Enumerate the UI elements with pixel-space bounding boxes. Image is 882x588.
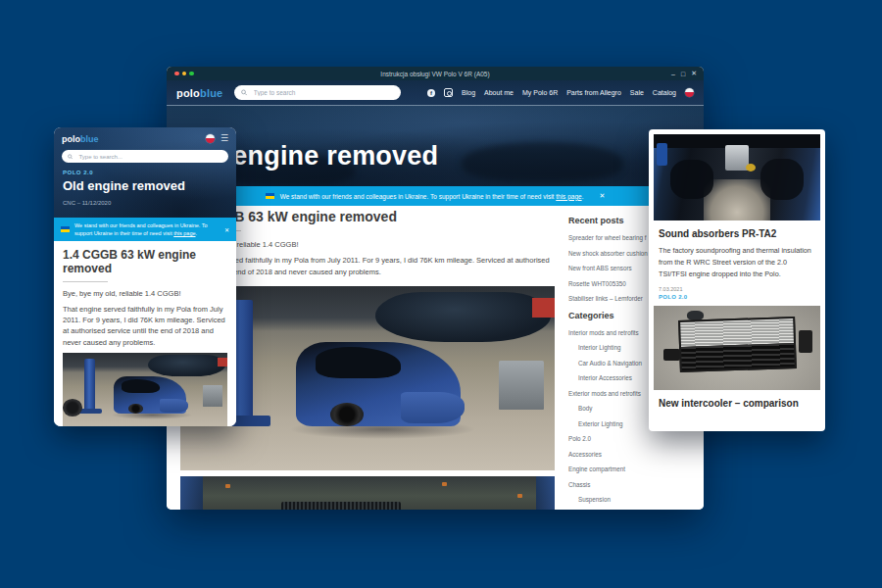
site-navbar: poloblue f Blog About me My Polo 6R Part… xyxy=(167,80,704,106)
category-item[interactable]: Suspension xyxy=(568,496,702,503)
category-item[interactable]: Polo 2.0 xyxy=(568,435,702,442)
card-title-intercooler[interactable]: New intercooler – comparison xyxy=(659,398,815,409)
mobile-post-category[interactable]: POLO 2.0 xyxy=(63,170,93,175)
mobile-hero-post-title: Old engine removed xyxy=(63,178,185,193)
close-button[interactable]: ✕ xyxy=(691,70,697,77)
nav-link-catalog[interactable]: Catalog xyxy=(653,89,676,96)
dark-car-shape xyxy=(375,292,552,342)
mobile-ukraine-banner: We stand with our friends and colleagues… xyxy=(54,218,236,241)
category-item[interactable]: Engine compartment xyxy=(568,466,702,472)
polish-flag-language-icon[interactable] xyxy=(685,88,694,97)
search-bar[interactable] xyxy=(234,85,401,100)
article: 1.4 CGGB 63 kW engine removed Bye, bye m… xyxy=(180,210,555,510)
lift-post-shape xyxy=(84,359,95,412)
desktop-background: Instrukcja obsługi VW Polo V 6R (A05) – … xyxy=(0,0,882,588)
mobile-site-logo[interactable]: poloblue xyxy=(62,134,99,144)
ukraine-flag-icon xyxy=(266,193,274,199)
main-browser-window: Instrukcja obsługi VW Polo V 6R (A05) – … xyxy=(167,67,704,510)
logo-part-white: polo xyxy=(176,87,200,99)
article-image-engine-bay-top xyxy=(180,476,555,510)
mobile-article-image-garage xyxy=(63,353,227,426)
banner-link[interactable]: this page xyxy=(173,230,195,236)
instagram-icon[interactable] xyxy=(444,88,453,97)
nav-link-sale[interactable]: Sale xyxy=(630,89,644,96)
article-title: 1.4 CGGB 63 kW engine removed xyxy=(180,210,555,224)
nav-link-my-polo-6r[interactable]: My Polo 6R xyxy=(522,89,558,96)
banner-close-icon[interactable]: ✕ xyxy=(224,226,229,233)
mobile-article: 1.4 CGGB 63 kW engine removed Bye, bye m… xyxy=(54,241,236,426)
mobile-article-title: 1.4 CGGB 63 kW engine removed xyxy=(63,249,227,276)
banner-text: We stand with our friends and colleagues… xyxy=(74,221,218,238)
title-divider xyxy=(63,281,108,282)
mobile-article-paragraph-2: That engine served faithfully in my Pola… xyxy=(63,304,227,348)
hamburger-menu-icon[interactable]: ☰ xyxy=(220,134,228,143)
mobile-search-input[interactable] xyxy=(76,153,222,161)
card-title-sound-absorbers[interactable]: Sound absorbers PR-TA2 xyxy=(659,228,815,239)
card-excerpt: The factory soundproofing and thermal in… xyxy=(659,245,815,280)
article-image-garage xyxy=(180,286,555,470)
logo-part-white: polo xyxy=(62,134,80,144)
nav-link-parts-from-allegro[interactable]: Parts from Allegro xyxy=(566,89,621,96)
mobile-post-meta: CNC – 11/12/2020 xyxy=(63,200,111,206)
banner-text: We stand with our friends and colleagues… xyxy=(280,193,584,200)
search-input[interactable] xyxy=(252,88,395,97)
article-paragraph-1: Bye, bye my old, reliable 1.4 CGGB! xyxy=(180,239,555,251)
page-content: 1.4 CGGB 63 kW engine removed Bye, bye m… xyxy=(167,206,704,510)
banner-text-body: We stand with our friends and colleagues… xyxy=(280,193,555,200)
category-item[interactable]: Accessories xyxy=(568,451,702,458)
dark-car-shape xyxy=(148,355,225,376)
card-category-link[interactable]: POLO 2.0 xyxy=(659,294,815,300)
navbar-links: f Blog About me My Polo 6R Parts from Al… xyxy=(427,88,694,97)
banner-suffix: . xyxy=(196,230,198,236)
mobile-header: poloblue ☰ xyxy=(62,132,228,145)
window-titlebar: Instrukcja obsługi VW Polo V 6R (A05) – … xyxy=(167,67,704,80)
search-icon xyxy=(68,154,73,160)
window-title: Instrukcja obsługi VW Polo V 6R (A05) xyxy=(167,71,704,77)
logo-part-blue: blue xyxy=(80,134,99,144)
nav-link-about-me[interactable]: About me xyxy=(484,89,514,96)
hero-header-image: Old engine removed xyxy=(167,106,704,186)
minimize-button[interactable]: – xyxy=(671,71,675,77)
card-thumbnail-engine-bay[interactable] xyxy=(654,134,820,220)
tool-cart-shape xyxy=(499,361,544,411)
ukraine-support-banner: We stand with our friends and colleagues… xyxy=(167,186,704,206)
mobile-search-bar[interactable] xyxy=(62,150,228,163)
ukraine-flag-icon xyxy=(61,226,70,232)
tool-cart-shape xyxy=(203,385,222,407)
site-logo[interactable]: poloblue xyxy=(176,87,222,99)
maximize-button[interactable]: □ xyxy=(681,71,685,77)
mobile-article-paragraph-1: Bye, bye my old, reliable 1.4 CGGB! xyxy=(63,288,227,299)
article-paragraph-2: That engine served faithfully in my Pola… xyxy=(180,255,555,278)
banner-suffix: . xyxy=(582,193,584,200)
mobile-browser-window: poloblue ☰ POLO 2.0 Old engine removed C… xyxy=(54,127,236,426)
intercooler-core-shape xyxy=(678,317,797,372)
post-cards-panel: Sound absorbers PR-TA2 The factory sound… xyxy=(649,129,825,431)
nav-link-blog[interactable]: Blog xyxy=(462,89,475,96)
search-icon xyxy=(241,89,247,96)
category-item[interactable]: Chassis xyxy=(568,481,702,488)
banner-link[interactable]: this page xyxy=(556,193,581,200)
banner-close-icon[interactable]: ✕ xyxy=(599,192,605,200)
card-thumbnail-intercooler[interactable] xyxy=(654,306,820,390)
logo-part-blue: blue xyxy=(200,87,222,99)
polish-flag-language-icon[interactable] xyxy=(206,134,215,143)
facebook-icon[interactable]: f xyxy=(427,89,435,97)
window-controls: – □ ✕ xyxy=(671,67,697,80)
card-date: 7.03.2021 xyxy=(659,286,815,292)
